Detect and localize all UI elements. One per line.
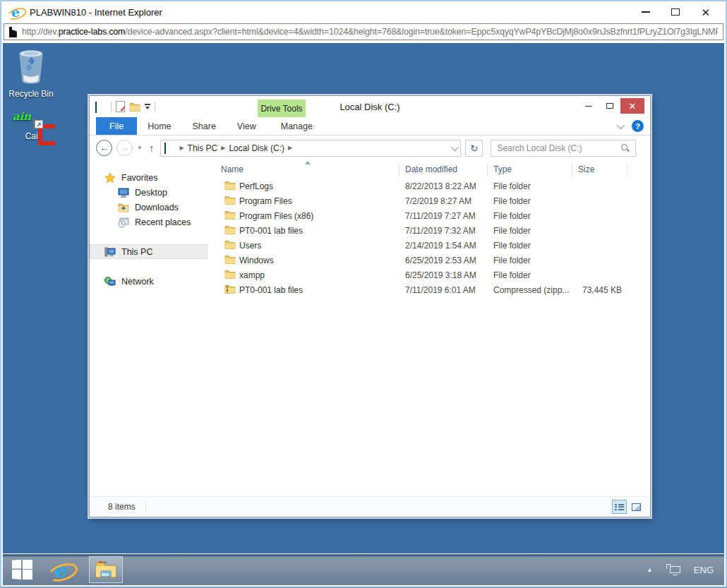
downloads-icon (118, 202, 129, 213)
site-favicon (9, 27, 17, 37)
details-view-icon (615, 504, 624, 510)
recent-locations-dropdown-icon[interactable]: ▼ (137, 145, 143, 151)
sidebar-item-this-pc[interactable]: This PC (90, 244, 208, 259)
column-header-date-modified[interactable]: Date modified (399, 163, 488, 176)
address-dropdown-icon[interactable] (451, 143, 459, 150)
breadcrumb-this-pc[interactable]: This PC (188, 143, 218, 153)
file-type: File folder (488, 270, 572, 280)
search-icon[interactable] (620, 143, 630, 152)
tab-view[interactable]: View (227, 117, 267, 135)
explorer-titlebar: Local Disk (C:) Drive Tools ✕ (90, 96, 650, 117)
tab-manage[interactable]: Manage (270, 117, 323, 135)
tab-file[interactable]: File (96, 117, 137, 135)
thumbnails-view-button[interactable] (629, 500, 644, 514)
browser-maximize-button[interactable] (671, 8, 680, 16)
sidebar-network-label: Network (121, 277, 154, 287)
column-header-type[interactable]: Type (488, 163, 572, 176)
new-folder-icon[interactable] (129, 102, 140, 112)
thumbnails-view-icon (632, 503, 641, 511)
back-button[interactable]: ← (96, 140, 112, 156)
network-tray-icon[interactable] (666, 564, 680, 575)
browser-titlebar: e PLABWIN810 - Internet Explorer ✕ (1, 1, 726, 23)
file-row[interactable]: PT0-001 lab files7/11/2019 7:32 AMFile f… (211, 223, 650, 238)
item-count: 8 items (108, 502, 136, 512)
browser-window: e PLABWIN810 - Internet Explorer ✕ http:… (0, 0, 727, 588)
customize-toolbar-dropdown-icon[interactable] (145, 104, 150, 109)
file-row[interactable]: Users2/14/2019 1:54 AMFile folder (211, 238, 650, 253)
taskbar-file-explorer-button[interactable] (89, 556, 123, 583)
properties-icon[interactable] (116, 101, 125, 112)
browser-title: PLABWIN810 - Internet Explorer (30, 7, 162, 18)
browser-window-controls: ✕ (642, 7, 719, 18)
file-row[interactable]: Windows6/25/2019 2:53 AMFile folder (211, 253, 650, 268)
up-button[interactable]: ↑ (147, 142, 157, 154)
recycle-bin-desktop-icon[interactable]: Recycle Bin (3, 48, 59, 99)
column-header-size[interactable]: Size (572, 163, 627, 176)
sidebar-item-favorites[interactable]: Favorites (90, 170, 211, 185)
file-explorer-icon (95, 560, 117, 579)
system-tray: ▲ ENG (647, 564, 724, 575)
sidebar-item-network[interactable]: Network (90, 274, 211, 289)
file-row[interactable]: PerfLogs8/22/2013 8:22 AMFile folder (211, 179, 650, 193)
refresh-button[interactable]: ↻ (465, 140, 483, 157)
sidebar-item-downloads[interactable]: Downloads (90, 200, 211, 215)
details-view-button[interactable] (612, 500, 627, 514)
file-type: File folder (488, 256, 572, 265)
folder-icon (224, 254, 236, 266)
file-type: Compressed (zipp... (488, 285, 572, 295)
drive-tools-tab[interactable]: Drive Tools (258, 100, 306, 117)
file-row[interactable]: xampp6/25/2019 3:18 AMFile folder (211, 268, 650, 282)
file-row[interactable]: Program Files (x86)7/11/2019 7:27 AMFile… (211, 208, 650, 223)
language-indicator[interactable]: ENG (694, 565, 714, 575)
file-name: Program Files (239, 196, 292, 206)
file-name: xampp (239, 270, 265, 280)
browser-minimize-button[interactable] (642, 11, 650, 13)
file-date-modified: 7/11/2019 7:27 AM (399, 211, 488, 221)
help-icon[interactable]: ? (632, 120, 644, 132)
browser-close-button[interactable]: ✕ (701, 7, 710, 18)
sidebar-item-desktop[interactable]: Desktop (90, 185, 211, 200)
folder-icon (224, 224, 236, 236)
internet-explorer-icon: e (8, 5, 23, 19)
file-type: File folder (488, 226, 572, 236)
taskbar: e ▲ ENG (3, 554, 724, 585)
star-icon (104, 172, 116, 184)
folder-icon (224, 269, 236, 281)
folder-icon (224, 239, 236, 251)
file-date-modified: 7/11/2019 6:01 AM (399, 285, 488, 295)
sidebar-desktop-label: Desktop (135, 188, 167, 198)
column-header-name[interactable]: Name (211, 163, 399, 176)
tab-home[interactable]: Home (137, 117, 181, 135)
address-bar-input[interactable]: http://dev.practice-labs.com/device-adva… (4, 23, 723, 40)
taskbar-internet-explorer-button[interactable]: e (50, 559, 72, 581)
recent-places-icon (118, 217, 129, 228)
sidebar-recent-places-label: Recent places (135, 217, 191, 227)
forward-button[interactable]: → (116, 140, 133, 156)
explorer-close-button[interactable]: ✕ (620, 98, 644, 114)
breadcrumb[interactable]: ▶ This PC ▶ Local Disk (C:) ▶ (160, 140, 461, 157)
start-button[interactable] (12, 560, 32, 580)
file-date-modified: 7/2/2019 8:27 AM (399, 196, 488, 206)
windows-logo-icon (12, 560, 21, 569)
navigation-pane: Favorites Desktop Downloads Recent place… (90, 161, 211, 496)
explorer-maximize-button[interactable] (599, 98, 620, 114)
breadcrumb-local-disk[interactable]: Local Disk (C:) (229, 143, 284, 153)
file-type: File folder (488, 241, 572, 251)
show-hidden-icons-button[interactable]: ▲ (647, 566, 653, 573)
tab-share[interactable]: Share (182, 117, 227, 135)
search-input[interactable]: Search Local Disk (C:) (491, 140, 636, 157)
explorer-minimize-button[interactable] (578, 98, 599, 114)
sidebar-item-recent-places[interactable]: Recent places (90, 215, 211, 229)
file-size: 73,445 KB (572, 285, 627, 295)
file-name: PT0-001 lab files (239, 285, 303, 295)
file-row[interactable]: PT0-001 lab files7/11/2019 6:01 AMCompre… (211, 282, 650, 297)
file-name: PerfLogs (239, 181, 273, 191)
explorer-window-title: Local Disk (C:) (90, 102, 650, 112)
file-type: File folder (488, 211, 572, 221)
browser-addressbar: http://dev.practice-labs.com/device-adva… (1, 23, 726, 42)
collapse-ribbon-icon[interactable] (617, 121, 625, 128)
file-row[interactable]: Program Files7/2/2019 8:27 AMFile folder (211, 193, 650, 208)
zip-icon (224, 284, 236, 296)
recycle-bin-label: Recycle Bin (3, 89, 59, 99)
cain-desktop-icon[interactable]: ain ↗ Cain (6, 119, 62, 141)
